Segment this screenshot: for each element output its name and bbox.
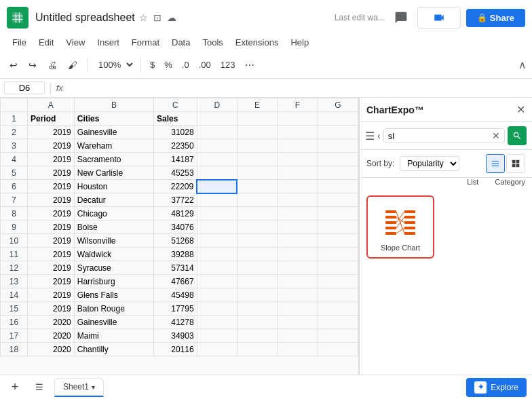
cell-B2[interactable]: Gainesville (74, 126, 153, 139)
cell-E12[interactable] (237, 261, 277, 275)
menu-insert[interactable]: Insert (92, 36, 125, 49)
cell-D2[interactable] (197, 126, 237, 139)
cell-G3[interactable] (318, 139, 358, 153)
row-header[interactable]: 2 (1, 126, 28, 139)
cell-D7[interactable] (197, 193, 237, 207)
cell-B15[interactable]: Baton Rouge (74, 302, 153, 316)
col-header-b[interactable]: B (74, 98, 153, 112)
cell-E8[interactable] (237, 207, 277, 221)
cell-reference-input[interactable] (4, 81, 45, 94)
cell-E14[interactable] (237, 288, 277, 302)
cell-A4[interactable]: 2019 (28, 153, 75, 166)
chart-search-input[interactable] (388, 131, 489, 141)
cell-F7[interactable] (278, 193, 318, 207)
cell-C17[interactable]: 34903 (154, 329, 197, 343)
toolbar-collapse-button[interactable]: ∧ (518, 58, 527, 71)
cell-C5[interactable]: 45253 (154, 166, 197, 180)
search-submit-button[interactable] (508, 126, 527, 145)
cell-B16[interactable]: Gainesville (74, 316, 153, 329)
star-icon[interactable]: ☆ (139, 12, 148, 23)
cell-E6[interactable] (237, 180, 277, 193)
cell-C9[interactable]: 34076 (154, 221, 197, 234)
formula-input[interactable] (67, 83, 528, 93)
sheet-tab-arrow[interactable]: ▾ (92, 383, 95, 391)
cell-A1[interactable]: Period (28, 112, 75, 126)
cell-D3[interactable] (197, 139, 237, 153)
cell-F4[interactable] (278, 153, 318, 166)
sheets-list-button[interactable]: ☰ (30, 378, 49, 397)
cell-F2[interactable] (278, 126, 318, 139)
cell-G6[interactable] (318, 180, 358, 193)
cell-D15[interactable] (197, 302, 237, 316)
cell-F1[interactable] (278, 112, 318, 126)
list-view-button[interactable] (486, 154, 505, 173)
cell-E7[interactable] (237, 193, 277, 207)
cell-D14[interactable] (197, 288, 237, 302)
cell-D10[interactable] (197, 234, 237, 248)
cell-B9[interactable]: Boise (74, 221, 153, 234)
cell-F10[interactable] (278, 234, 318, 248)
cell-C18[interactable]: 20116 (154, 343, 197, 356)
add-sheet-button[interactable]: + (5, 378, 24, 397)
row-header[interactable]: 9 (1, 221, 28, 234)
col-header-f[interactable]: F (278, 98, 318, 112)
row-header[interactable]: 18 (1, 343, 28, 356)
row-header[interactable]: 17 (1, 329, 28, 343)
cell-F15[interactable] (278, 302, 318, 316)
menu-help[interactable]: Help (285, 36, 314, 49)
col-header-g[interactable]: G (318, 98, 358, 112)
menu-format[interactable]: Format (126, 36, 165, 49)
cell-A12[interactable]: 2019 (28, 261, 75, 275)
decimal-less-button[interactable]: .0 (178, 58, 193, 71)
cell-F14[interactable] (278, 288, 318, 302)
cell-G12[interactable] (318, 261, 358, 275)
cell-G11[interactable] (318, 248, 358, 261)
row-header[interactable]: 1 (1, 112, 28, 126)
cell-B6[interactable]: Houston (74, 180, 153, 193)
cell-A2[interactable]: 2019 (28, 126, 75, 139)
cell-G1[interactable] (318, 112, 358, 126)
print-button[interactable]: 🖨 (43, 57, 61, 73)
cell-A5[interactable]: 2019 (28, 166, 75, 180)
cell-E17[interactable] (237, 329, 277, 343)
cell-F13[interactable] (278, 275, 318, 288)
hamburger-icon[interactable]: ☰ (365, 130, 375, 142)
cell-D17[interactable] (197, 329, 237, 343)
sheet1-tab[interactable]: Sheet1 ▾ (54, 378, 104, 397)
col-header-c[interactable]: C (154, 98, 197, 112)
redo-button[interactable]: ↪ (24, 57, 41, 73)
cell-B12[interactable]: Syracuse (74, 261, 153, 275)
cell-D11[interactable] (197, 248, 237, 261)
cell-C16[interactable]: 41278 (154, 316, 197, 329)
cell-C3[interactable]: 22350 (154, 139, 197, 153)
percent-button[interactable]: % (161, 58, 176, 71)
cell-E10[interactable] (237, 234, 277, 248)
cell-B4[interactable]: Sacramento (74, 153, 153, 166)
cell-C6[interactable]: 22209 (154, 180, 197, 193)
cell-G18[interactable] (318, 343, 358, 356)
cell-C8[interactable]: 48129 (154, 207, 197, 221)
undo-button[interactable]: ↩ (5, 57, 22, 73)
cell-A15[interactable]: 2019 (28, 302, 75, 316)
more-formats-button[interactable]: ⋯ (241, 57, 259, 73)
cell-F16[interactable] (278, 316, 318, 329)
col-header-e[interactable]: E (237, 98, 277, 112)
cell-C7[interactable]: 37722 (154, 193, 197, 207)
cell-D12[interactable] (197, 261, 237, 275)
cell-C2[interactable]: 31028 (154, 126, 197, 139)
row-header[interactable]: 12 (1, 261, 28, 275)
row-header[interactable]: 13 (1, 275, 28, 288)
explore-button[interactable]: ✦ Explore (466, 378, 527, 397)
cell-G16[interactable] (318, 316, 358, 329)
cell-E15[interactable] (237, 302, 277, 316)
share-button[interactable]: 🔒 Share (466, 9, 525, 27)
cell-F18[interactable] (278, 343, 318, 356)
zoom-select[interactable]: 100% (93, 58, 135, 72)
row-header[interactable]: 4 (1, 153, 28, 166)
cell-B1[interactable]: Cities (74, 112, 153, 126)
currency-button[interactable]: $ (147, 58, 158, 71)
row-header[interactable]: 16 (1, 316, 28, 329)
cell-A6[interactable]: 2019 (28, 180, 75, 193)
cell-A13[interactable]: 2019 (28, 275, 75, 288)
cell-G8[interactable] (318, 207, 358, 221)
